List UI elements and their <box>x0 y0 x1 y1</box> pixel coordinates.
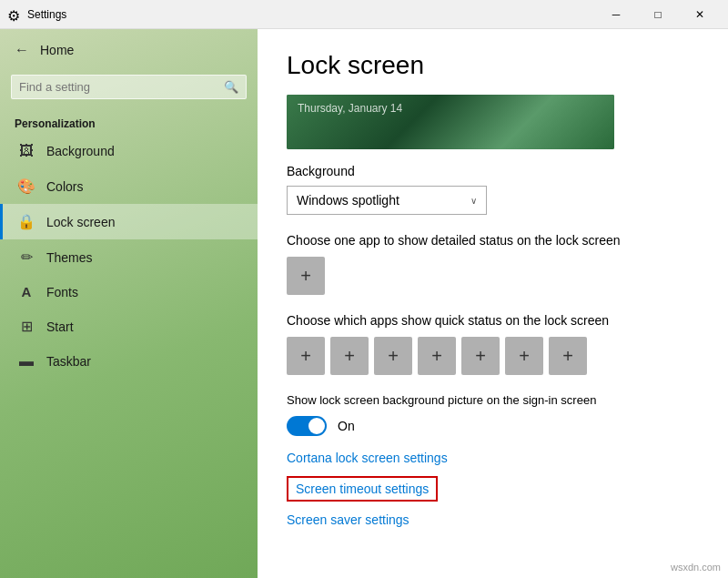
toggle-state-label: On <box>338 419 355 433</box>
quick-app-button-7[interactable]: + <box>549 337 587 375</box>
quick-status-label: Choose which apps show quick status on t… <box>287 313 699 328</box>
search-box[interactable]: 🔍 <box>11 75 247 99</box>
sidebar-item-background-label: Background <box>46 144 115 158</box>
window-controls: ─ □ ✕ <box>595 0 721 29</box>
quick-app-buttons: + + + + + + + <box>287 337 699 375</box>
search-input[interactable] <box>19 80 224 94</box>
maximize-button[interactable]: □ <box>637 0 679 29</box>
colors-icon: 🎨 <box>17 177 35 195</box>
background-icon: 🖼 <box>17 143 35 159</box>
sidebar-item-taskbar-label: Taskbar <box>46 354 91 369</box>
start-icon: ⊞ <box>17 318 35 335</box>
quick-app-button-1[interactable]: + <box>287 337 325 375</box>
background-field-label: Background <box>287 164 699 178</box>
home-label: Home <box>40 43 74 57</box>
sidebar-item-background[interactable]: 🖼 Background <box>0 134 258 168</box>
settings-icon: ⚙ <box>7 7 22 22</box>
title-bar-title: Settings <box>27 8 595 21</box>
preview-date-text: Thursday, January 14 <box>298 102 402 115</box>
quick-app-button-6[interactable]: + <box>505 337 543 375</box>
cortana-settings-link[interactable]: Cortana lock screen settings <box>287 451 699 465</box>
fonts-icon: A <box>17 284 35 299</box>
sign-in-toggle-row: On <box>287 416 699 436</box>
sidebar: ← Home 🔍 Personalization 🖼 Background 🎨 … <box>0 29 258 578</box>
taskbar-icon: ▬ <box>17 353 35 370</box>
sidebar-item-taskbar[interactable]: ▬ Taskbar <box>0 344 258 379</box>
page-title: Lock screen <box>287 51 699 80</box>
sidebar-item-fonts-label: Fonts <box>46 285 78 299</box>
screen-timeout-highlight-box: Screen timeout settings <box>287 476 438 502</box>
detailed-app-buttons: + <box>287 257 699 295</box>
sidebar-item-lock-screen-label: Lock screen <box>46 215 115 229</box>
sign-in-label: Show lock screen background picture on t… <box>287 393 699 407</box>
detailed-status-label: Choose one app to show detailed status o… <box>287 233 699 248</box>
close-button[interactable]: ✕ <box>679 0 721 29</box>
add-detail-app-button[interactable]: + <box>287 257 325 295</box>
sidebar-item-start-label: Start <box>46 319 74 334</box>
sidebar-item-colors[interactable]: 🎨 Colors <box>0 168 258 204</box>
screen-saver-link[interactable]: Screen saver settings <box>287 512 699 527</box>
sidebar-item-themes[interactable]: ✏ Themes <box>0 239 258 275</box>
background-dropdown[interactable]: Windows spotlight ∨ <box>287 186 487 215</box>
title-bar: ⚙ Settings ─ □ ✕ <box>0 0 728 29</box>
sidebar-item-start[interactable]: ⊞ Start <box>0 309 258 344</box>
search-icon: 🔍 <box>224 80 238 94</box>
lock-screen-preview: Thursday, January 14 <box>287 95 614 149</box>
chevron-down-icon: ∨ <box>470 196 477 206</box>
sign-in-toggle[interactable] <box>287 416 327 436</box>
minimize-button[interactable]: ─ <box>595 0 637 29</box>
dropdown-value: Windows spotlight <box>297 193 399 208</box>
screen-timeout-link[interactable]: Screen timeout settings <box>288 478 436 500</box>
section-label: Personalization <box>0 110 258 134</box>
quick-app-button-5[interactable]: + <box>461 337 500 375</box>
back-icon: ← <box>15 42 29 58</box>
toggle-thumb <box>308 418 325 434</box>
quick-app-button-4[interactable]: + <box>418 337 456 375</box>
sidebar-item-lock-screen[interactable]: 🔒 Lock screen <box>0 204 258 239</box>
sidebar-item-themes-label: Themes <box>46 250 93 265</box>
watermark: wsxdn.com <box>671 562 721 573</box>
sidebar-item-fonts[interactable]: A Fonts <box>0 275 258 309</box>
themes-icon: ✏ <box>17 248 35 266</box>
quick-app-button-3[interactable]: + <box>374 337 412 375</box>
lock-screen-icon: 🔒 <box>17 213 35 230</box>
home-nav-item[interactable]: ← Home <box>0 29 258 71</box>
quick-app-button-2[interactable]: + <box>330 337 369 375</box>
content-area: Lock screen Thursday, January 14 Backgro… <box>258 29 728 578</box>
app-container: ← Home 🔍 Personalization 🖼 Background 🎨 … <box>0 29 728 578</box>
sidebar-item-colors-label: Colors <box>46 179 83 194</box>
